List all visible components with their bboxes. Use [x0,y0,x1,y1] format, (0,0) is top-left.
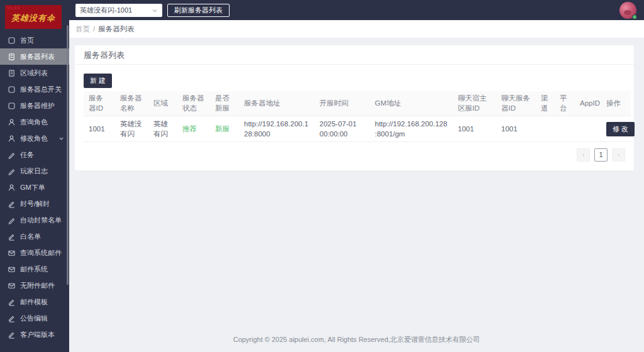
panel-icon [8,102,16,110]
home-icon [8,36,16,45]
sidebar-item-client-version[interactable]: 客户端版本 [0,326,69,343]
edit-icon [8,200,16,208]
card-title: 服务器列表 [75,45,634,65]
sidebar-item-mail-system[interactable]: 邮件系统 [0,261,69,277]
sidebar-item-label: 查询系统邮件 [20,248,62,258]
sidebar-item-tasks[interactable]: 任务 [0,146,69,163]
sidebar-menu: 首页 服务器列表 区域列表 服务器总开关 服务器维护 查询角色 修改角色 [0,32,69,343]
sidebar-item-label: 玩家日志 [20,167,48,176]
next-page-button[interactable]: › [612,148,625,162]
sidebar-item-label: GM下单 [20,183,45,192]
sidebar-item-label: 客户端版本 [20,330,55,339]
pen-icon [8,167,16,175]
sidebar-item-query-role[interactable]: 查询角色 [0,114,69,130]
cell-open-time: 2025-07-01 00:00:00 [314,116,370,142]
col-chat-server-id: 聊天服务器ID [496,91,536,116]
pagination: ‹ 1 › [84,148,625,162]
sidebar-item-label: 无附件邮件 [20,281,55,290]
app-title: 英雄没有伞 [5,13,62,24]
sidebar-item-modify-role[interactable]: 修改角色 [0,130,69,146]
cell-appid [575,116,601,142]
cell-channel [536,116,555,142]
sidebar-item-label: 修改角色 [20,134,48,143]
edit-button[interactable]: 修 改 [606,122,635,136]
chevron-down-icon [152,8,158,14]
user-avatar[interactable] [619,2,636,19]
sidebar-item-server-maintenance[interactable]: 服务器维护 [0,97,69,114]
col-region: 区域 [148,91,177,116]
col-server-status: 服务器状态 [177,91,210,116]
edit-icon [8,331,16,339]
cell-actions: 修 改 [601,116,631,142]
sidebar-item-server-master-switch[interactable]: 服务器总开关 [0,81,69,97]
sidebar-item-server-list[interactable]: 服务器列表 [0,48,69,65]
server-table: 服务器ID 服务器名称 区域 服务器状态 是否新服 服务器地址 开服时间 GM地… [84,91,631,142]
sidebar-item-label: 服务器总开关 [20,85,62,94]
server-select[interactable]: 英雄没有闪-1001 [75,4,162,17]
cell-status: 推荐 [177,116,210,142]
mail-icon [8,265,16,273]
edit-icon [8,233,16,241]
sidebar-item-label: 服务器列表 [20,52,55,62]
main-content: 首页 / 服务器列表 服务器列表 新 建 服务器ID 服务器名称 [69,20,644,352]
sidebar-item-auto-ban-list[interactable]: 自动封禁名单 [0,212,69,228]
refresh-server-list-button[interactable]: 刷新服务器列表 [167,4,230,17]
sidebar-item-label: 首页 [20,36,34,45]
sidebar-item-label: 服务器维护 [20,101,55,111]
sidebar-item-label: 查询角色 [20,118,48,127]
app-version: V1.0.0 [7,6,19,10]
edit-icon [8,314,16,322]
sidebar-item-ban-unban[interactable]: 封号/解封 [0,195,69,212]
breadcrumb: 首页 / 服务器列表 [69,20,644,38]
user-icon [8,118,16,126]
sidebar-item-query-system-mail[interactable]: 查询系统邮件 [0,245,69,261]
col-open-time: 开服时间 [314,91,370,116]
page-number[interactable]: 1 [594,148,608,162]
sidebar-item-player-logs[interactable]: 玩家日志 [0,163,69,179]
sidebar-item-label: 封号/解封 [20,199,50,209]
server-select-value: 英雄没有闪-1001 [80,6,132,15]
sidebar-item-label: 邮件系统 [20,265,48,274]
sidebar-item-label: 公告编辑 [20,314,48,323]
list-icon [8,69,16,77]
sidebar-item-home[interactable]: 首页 [0,32,69,48]
col-appid: AppID [575,91,601,116]
sidebar-item-label: 任务 [20,150,34,160]
sidebar-item-gm-order[interactable]: GM下单 [0,179,69,195]
mail-icon [8,249,16,257]
prev-page-button[interactable]: ‹ [577,148,590,162]
mail-icon [8,282,16,290]
col-is-new: 是否新服 [210,91,239,116]
col-actions: 操作 [601,91,631,116]
sidebar-item-announcement-edit[interactable]: 公告编辑 [0,310,69,326]
sidebar-item-whitelist[interactable]: 白名单 [0,228,69,245]
pen-icon [8,151,16,159]
cell-chat-server-id: 1001 [496,116,536,142]
edit-icon [8,298,16,306]
table-row: 1001 英雄没有闪 英雄有闪 推荐 新服 http://192.168.200… [84,116,631,142]
breadcrumb-current: 服务器列表 [98,25,135,34]
sidebar-item-label: 自动封禁名单 [20,216,62,225]
breadcrumb-separator: / [93,25,95,33]
col-server-name: 服务器名称 [115,91,148,116]
list-icon [8,53,16,61]
sidebar-item-label: 邮件模板 [20,297,48,307]
sidebar-item-no-attachment-mail[interactable]: 无附件邮件 [0,277,69,294]
cell-server-name: 英雄没有闪 [115,116,148,142]
col-server-address: 服务器地址 [239,91,314,116]
breadcrumb-home[interactable]: 首页 [75,25,90,34]
new-server-button[interactable]: 新 建 [84,74,112,88]
sidebar-item-mail-template[interactable]: 邮件模板 [0,294,69,310]
table-header-row: 服务器ID 服务器名称 区域 服务器状态 是否新服 服务器地址 开服时间 GM地… [84,91,631,116]
cell-chat-host-zone-id: 1001 [453,116,496,142]
chevron-down-icon [58,136,64,141]
online-status-dot [632,14,637,19]
cell-is-new: 新服 [210,116,239,142]
col-channel: 渠道 [536,91,555,116]
avatar-decoration [624,10,631,15]
sidebar-item-zone-list[interactable]: 区域列表 [0,65,69,81]
sidebar: V1.0.0 英雄没有伞 首页 服务器列表 区域列表 服务器总开关 服务器维护 … [0,0,69,352]
user-icon [8,135,16,143]
app-logo: V1.0.0 英雄没有伞 [5,5,62,29]
sidebar-scrollbar[interactable] [67,25,69,285]
